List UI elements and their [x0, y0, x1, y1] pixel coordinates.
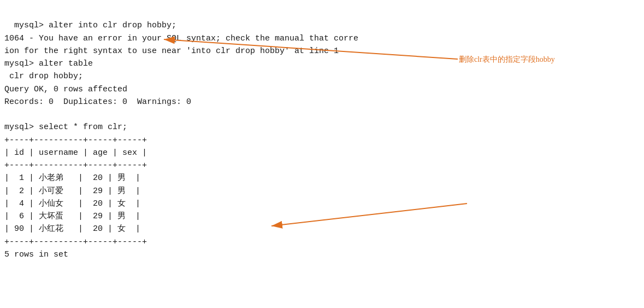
line-5: clr drop hobby; — [4, 72, 83, 81]
line-15: | 4 | 小仙女 | 20 | 女 | — [4, 199, 140, 208]
line-2: 1064 - You have an error in your SQL syn… — [4, 34, 358, 43]
line-19: 5 rows in set — [4, 250, 68, 259]
line-9: mysql> select * from clr; — [4, 123, 127, 132]
terminal-output: mysql> alter into clr drop hobby; 1064 -… — [0, 0, 644, 268]
line-6: Query OK, 0 rows affected — [4, 85, 127, 94]
line-3: ion for the right syntax to use near 'in… — [4, 47, 339, 56]
annotation-delete-field: 删除clr表中的指定字段hobby — [459, 55, 555, 65]
line-12: +----+----------+-----+-----+ — [4, 161, 147, 170]
line-4: mysql> alter table — [4, 59, 93, 68]
line-17: | 90 | 小红花 | 20 | 女 | — [4, 224, 140, 234]
line-14: | 2 | 小可爱 | 29 | 男 | — [4, 187, 140, 196]
line-11: | id | username | age | sex | — [4, 148, 147, 158]
line-18: +----+----------+-----+-----+ — [4, 237, 147, 247]
line-1: mysql> alter into clr drop hobby; — [14, 21, 176, 30]
line-7: Records: 0 Duplicates: 0 Warnings: 0 — [4, 97, 191, 107]
line-16: | 6 | 大坏蛋 | 29 | 男 | — [4, 212, 140, 221]
line-10: +----+----------+-----+-----+ — [4, 136, 147, 145]
line-13: | 1 | 小老弟 | 20 | 男 | — [4, 173, 140, 183]
